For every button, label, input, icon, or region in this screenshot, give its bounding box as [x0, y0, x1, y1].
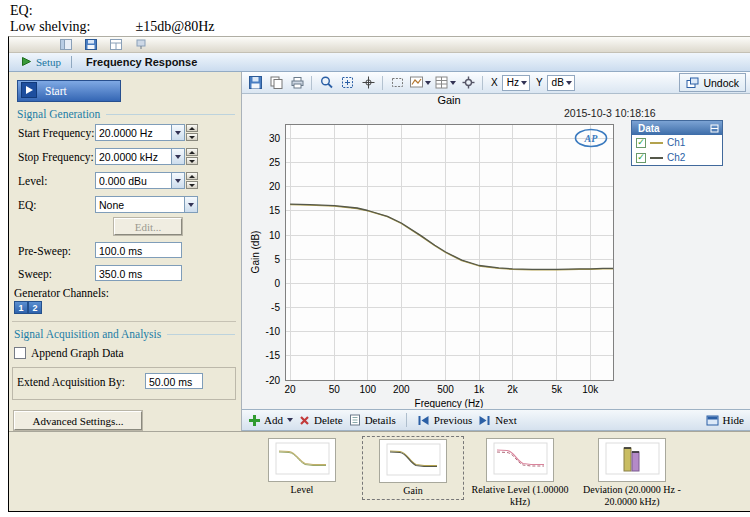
thumbnail-gain[interactable]: Gain — [362, 436, 464, 500]
delete-button[interactable]: Delete — [299, 414, 343, 426]
delete-x-icon — [299, 415, 310, 426]
svg-text:20: 20 — [285, 384, 297, 395]
spin-up-button[interactable] — [186, 148, 198, 156]
undock-button[interactable]: Undock — [679, 73, 746, 92]
start-button[interactable]: Start — [17, 80, 121, 102]
settings-panel: Start Signal Generation Start Frequency:… — [9, 72, 242, 431]
graph-title: Gain — [349, 94, 549, 106]
y-unit-dropdown[interactable]: dB — [547, 75, 575, 91]
channel-2-button[interactable]: 2 — [28, 301, 42, 314]
thumbnail-deviation[interactable]: Deviation (20.0000 Hz - 20.0000 kHz) — [582, 436, 682, 510]
svg-text:AP: AP — [584, 133, 599, 144]
svg-text:2k: 2k — [507, 384, 519, 395]
ch1-checkbox[interactable]: ✓ — [636, 138, 646, 148]
hide-button[interactable]: Hide — [706, 414, 744, 426]
data-sheet-dropdown[interactable] — [434, 74, 456, 92]
previous-button[interactable]: Previous — [417, 414, 473, 426]
shelving-line: Low shelving: ±15db@80Hz — [10, 19, 214, 35]
eq-dropdown[interactable] — [184, 196, 198, 213]
svg-text:500: 500 — [437, 384, 454, 395]
save-graph-icon[interactable] — [246, 74, 264, 92]
channel-1-button[interactable]: 1 — [14, 301, 28, 314]
graph-type-dropdown[interactable] — [409, 74, 431, 92]
thumbnail-relative-level[interactable]: Relative Level (1.00000 kHz) — [470, 436, 570, 510]
level-unit-dropdown[interactable] — [171, 172, 185, 189]
append-graph-data-checkbox[interactable] — [14, 347, 26, 359]
chevron-down-icon — [287, 418, 293, 422]
extend-acquisition-input[interactable] — [145, 373, 203, 389]
append-graph-data-label: Append Graph Data — [31, 347, 124, 359]
tab-frequency-response[interactable]: Frequency Response — [76, 56, 207, 68]
svg-text:5k: 5k — [552, 384, 564, 395]
select-region-icon[interactable] — [388, 74, 406, 92]
tab-setup-label: Setup — [36, 56, 61, 68]
chevron-down-icon — [175, 179, 181, 183]
svg-text:-15: -15 — [266, 350, 281, 361]
layout-icon[interactable] — [107, 36, 125, 54]
svg-text:30: 30 — [269, 133, 281, 144]
graph-settings-icon[interactable] — [459, 74, 477, 92]
level-input[interactable] — [95, 172, 172, 189]
print-icon[interactable] — [288, 74, 306, 92]
thumbnail-label: Deviation (20.0000 Hz - 20.0000 kHz) — [582, 484, 682, 508]
spin-down-button[interactable] — [186, 157, 198, 165]
sweep-input[interactable] — [95, 265, 182, 281]
graph-actions-toolbar: Add Delete Details Previous Next Hide — [242, 409, 750, 431]
eq-select[interactable] — [95, 196, 185, 213]
pre-sweep-label: Pre-Sweep: — [18, 245, 71, 257]
legend-item-ch2[interactable]: ✓ Ch2 — [632, 150, 722, 165]
ch1-line-sample — [650, 142, 663, 144]
stop-frequency-unit-dropdown[interactable] — [171, 148, 185, 165]
level-spinner — [186, 172, 198, 189]
setup-arrow-icon — [21, 56, 32, 69]
next-button[interactable]: Next — [478, 414, 516, 426]
zoom-icon[interactable] — [317, 74, 335, 92]
zoom-fit-icon[interactable] — [338, 74, 356, 92]
stop-frequency-input[interactable] — [95, 148, 172, 165]
x-axis-label: X — [491, 77, 498, 88]
svg-text:-5: -5 — [271, 302, 280, 313]
navigator-icon[interactable] — [57, 36, 75, 54]
y-axis-label: Y — [536, 77, 543, 88]
svg-text:25: 25 — [269, 157, 281, 168]
pre-sweep-input[interactable] — [95, 242, 182, 258]
start-frequency-input[interactable] — [95, 124, 172, 141]
thumbnail-chart — [268, 438, 336, 482]
svg-text:1k: 1k — [474, 384, 486, 395]
advanced-settings-button[interactable]: Advanced Settings... — [14, 411, 142, 430]
chevron-down-icon — [425, 81, 431, 85]
copy-icon[interactable] — [267, 74, 285, 92]
save-workspace-icon[interactable] — [82, 36, 100, 54]
eq-heading: EQ: — [10, 3, 33, 19]
thumbnail-level[interactable]: Level — [252, 436, 352, 498]
thumbnail-chart — [598, 438, 666, 482]
cursor-crosshair-icon[interactable] — [359, 74, 377, 92]
legend-header[interactable]: Data — [632, 121, 722, 135]
spin-down-button[interactable] — [186, 133, 198, 141]
pin-toolbar-icon[interactable] — [132, 36, 150, 54]
add-button[interactable]: Add — [248, 414, 293, 426]
spin-down-button[interactable] — [186, 181, 198, 189]
ch2-line-sample — [650, 157, 663, 159]
start-frequency-unit-dropdown[interactable] — [171, 124, 185, 141]
eq-label: EQ: — [18, 199, 37, 211]
details-button[interactable]: Details — [349, 414, 396, 426]
level-label: Level: — [18, 175, 47, 187]
details-icon — [349, 414, 361, 426]
svg-text:5: 5 — [274, 254, 280, 265]
svg-text:Gain (dB): Gain (dB) — [250, 231, 261, 274]
toolbar-separator — [311, 76, 312, 90]
graph-toolbar: X Hz Y dB Undock — [242, 72, 750, 94]
spin-up-button[interactable] — [186, 172, 198, 180]
pin-icon[interactable] — [710, 124, 719, 133]
legend-item-ch1[interactable]: ✓ Ch1 — [632, 135, 722, 150]
start-frequency-label: Start Frequency: — [18, 127, 94, 139]
chevron-down-icon — [521, 81, 527, 85]
x-unit-dropdown[interactable]: Hz — [502, 75, 530, 91]
toolbar-separator — [482, 76, 483, 90]
tab-setup[interactable]: Setup — [15, 53, 67, 71]
spin-up-button[interactable] — [186, 124, 198, 132]
gain-chart[interactable]: 302520151050-5-10-15-2020501002005001k2k… — [247, 114, 627, 408]
chevron-down-icon — [566, 81, 572, 85]
ch2-checkbox[interactable]: ✓ — [636, 153, 646, 163]
